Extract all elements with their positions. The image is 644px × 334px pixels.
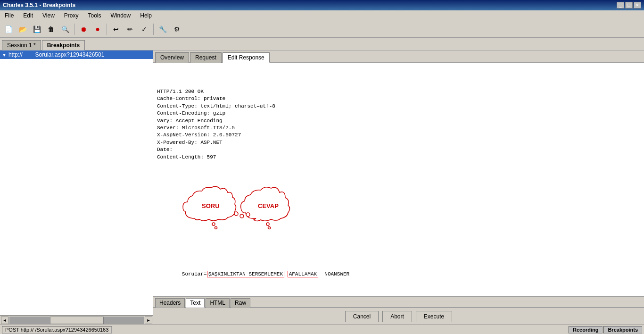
svg-text:CEVAP: CEVAP — [258, 202, 279, 209]
scroll-thumb[interactable] — [50, 317, 104, 324]
save-button[interactable]: 💾 — [30, 23, 43, 36]
check-button[interactable]: ✓ — [138, 23, 151, 36]
search-button[interactable]: 🔍 — [58, 23, 72, 36]
status-bar: POST http:// /Sorular.aspx?1294342665016… — [0, 325, 644, 325]
horizontal-scrollbar[interactable]: ◄ ► — [0, 315, 153, 325]
undo-button[interactable]: ↩ — [109, 23, 123, 36]
scroll-left-button[interactable]: ◄ — [1, 317, 8, 324]
window-title: Charles 3.5.1 - Breakpoints — [3, 2, 75, 8]
menu-tools[interactable]: Tools — [85, 11, 104, 20]
tab-headers[interactable]: Headers — [155, 298, 185, 308]
right-tabs: Overview Request Edit Response — [153, 50, 644, 63]
scroll-right-button[interactable]: ► — [145, 317, 152, 324]
tab-overview[interactable]: Overview — [155, 52, 189, 63]
close-button[interactable]: ✕ — [634, 2, 641, 8]
main-content: ▼ http:// Sorular.aspx?12943426501 Overv… — [0, 50, 644, 325]
left-panel-url: http:// Sorular.aspx?12943426501 — [8, 51, 104, 58]
tab-raw[interactable]: Raw — [231, 298, 250, 308]
query-part-1: ŞAŞKINLIKTAN SERSEMLEMEK — [207, 271, 284, 277]
query-part-2: AFALLAMAK — [288, 271, 318, 277]
bottom-tabs: Headers Text HTML Raw — [153, 296, 644, 308]
menu-bar: File Edit View Proxy Tools Window Help — [0, 10, 644, 21]
menu-window[interactable]: Window — [108, 11, 134, 20]
svg-point-1 — [240, 214, 244, 218]
cancel-button[interactable]: Cancel — [345, 311, 379, 322]
svg-text:SORU: SORU — [202, 202, 220, 209]
scroll-track[interactable] — [9, 317, 144, 324]
cloud-annotation: SORU CEVAP — [157, 185, 640, 237]
edit-pencil-button[interactable]: ✏ — [124, 23, 137, 36]
separator-2 — [107, 24, 107, 35]
toolbar: 📄 📂 💾 🗑 🔍 ⏺ ● ↩ ✏ ✓ 🔧 ⚙ — [0, 21, 644, 38]
left-panel: ▼ http:// Sorular.aspx?12943426501 — [0, 50, 153, 325]
menu-file[interactable]: File — [2, 11, 17, 20]
menu-help[interactable]: Help — [137, 11, 155, 20]
delete-button[interactable]: 🗑 — [44, 23, 58, 36]
left-panel-item[interactable]: ▼ http:// Sorular.aspx?12943426501 — [0, 50, 153, 59]
record-button[interactable]: ● — [91, 23, 104, 36]
response-content-area[interactable]: HTTP/1.1 200 OK Cache-Control: private C… — [153, 63, 644, 296]
annotation-svg: SORU CEVAP — [181, 181, 322, 233]
session-tabs: Session 1 * Breakpoints — [0, 38, 644, 50]
tab-edit-response[interactable]: Edit Response — [223, 52, 270, 63]
separator-3 — [153, 24, 154, 35]
tab-html[interactable]: HTML — [206, 298, 230, 308]
abort-button[interactable]: Abort — [382, 311, 412, 322]
response-headers-text: HTTP/1.1 200 OK Cache-Control: private C… — [157, 88, 640, 161]
open-button[interactable]: 📂 — [16, 23, 29, 36]
maximize-button[interactable]: □ — [625, 2, 633, 8]
query-prefix: Sorular= — [182, 271, 207, 277]
window-controls[interactable]: _ □ ✕ — [617, 2, 641, 8]
session-tab-1[interactable]: Session 1 * — [2, 40, 41, 50]
settings-button[interactable]: 🔧 — [156, 23, 169, 36]
record-stop-button[interactable]: ⏺ — [77, 23, 90, 36]
query-line: Sorular=ŞAŞKINLIKTAN SERSEMLEMEK AFALLAM… — [157, 264, 640, 285]
svg-point-6 — [268, 226, 271, 229]
expand-arrow-icon: ▼ — [2, 52, 7, 58]
tab-text[interactable]: Text — [186, 298, 205, 308]
tab-request[interactable]: Request — [190, 52, 222, 63]
new-button[interactable]: 📄 — [2, 23, 15, 36]
svg-point-0 — [234, 212, 238, 216]
menu-view[interactable]: View — [40, 11, 58, 20]
options-button[interactable]: ⚙ — [170, 23, 183, 36]
action-bar: Cancel Abort Execute — [153, 308, 644, 325]
session-tab-breakpoints[interactable]: Breakpoints — [42, 40, 85, 50]
menu-proxy[interactable]: Proxy — [61, 11, 82, 20]
execute-button[interactable]: Execute — [416, 311, 452, 322]
svg-point-4 — [215, 226, 217, 229]
title-bar: Charles 3.5.1 - Breakpoints _ □ ✕ — [0, 0, 644, 10]
svg-point-5 — [266, 223, 269, 225]
separator-1 — [74, 24, 74, 35]
svg-point-2 — [246, 213, 250, 217]
right-panel: Overview Request Edit Response HTTP/1.1 … — [153, 50, 644, 325]
menu-edit[interactable]: Edit — [20, 11, 36, 20]
minimize-button[interactable]: _ — [617, 2, 624, 8]
svg-point-3 — [212, 223, 215, 225]
query-part-3: NOANSWER — [322, 271, 349, 277]
